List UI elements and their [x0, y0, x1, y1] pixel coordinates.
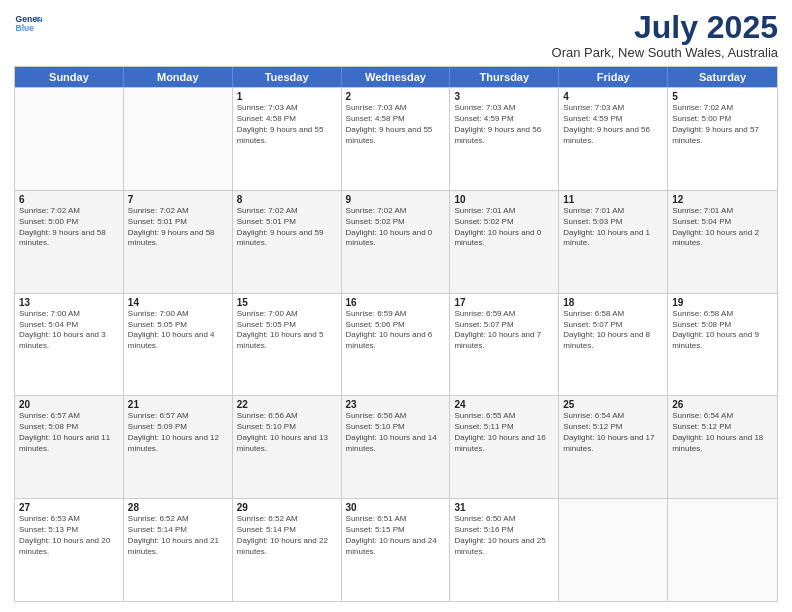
day-info: Sunrise: 7:02 AM Sunset: 5:00 PM Dayligh… — [672, 103, 773, 146]
calendar-cell: 26Sunrise: 6:54 AM Sunset: 5:12 PM Dayli… — [668, 396, 777, 498]
day-number: 19 — [672, 297, 773, 308]
calendar-cell: 17Sunrise: 6:59 AM Sunset: 5:07 PM Dayli… — [450, 294, 559, 396]
day-info: Sunrise: 7:02 AM Sunset: 5:00 PM Dayligh… — [19, 206, 119, 249]
calendar-row: 20Sunrise: 6:57 AM Sunset: 5:08 PM Dayli… — [15, 395, 777, 498]
day-info: Sunrise: 6:58 AM Sunset: 5:07 PM Dayligh… — [563, 309, 663, 352]
day-info: Sunrise: 7:03 AM Sunset: 4:59 PM Dayligh… — [454, 103, 554, 146]
day-number: 3 — [454, 91, 554, 102]
calendar-cell: 15Sunrise: 7:00 AM Sunset: 5:05 PM Dayli… — [233, 294, 342, 396]
day-number: 17 — [454, 297, 554, 308]
calendar-cell: 20Sunrise: 6:57 AM Sunset: 5:08 PM Dayli… — [15, 396, 124, 498]
day-number: 30 — [346, 502, 446, 513]
calendar-cell: 31Sunrise: 6:50 AM Sunset: 5:16 PM Dayli… — [450, 499, 559, 601]
calendar-cell: 7Sunrise: 7:02 AM Sunset: 5:01 PM Daylig… — [124, 191, 233, 293]
day-info: Sunrise: 7:02 AM Sunset: 5:01 PM Dayligh… — [237, 206, 337, 249]
day-info: Sunrise: 7:01 AM Sunset: 5:03 PM Dayligh… — [563, 206, 663, 249]
svg-text:Blue: Blue — [16, 23, 35, 33]
day-info: Sunrise: 7:00 AM Sunset: 5:05 PM Dayligh… — [128, 309, 228, 352]
calendar-cell: 29Sunrise: 6:52 AM Sunset: 5:14 PM Dayli… — [233, 499, 342, 601]
calendar-cell: 6Sunrise: 7:02 AM Sunset: 5:00 PM Daylig… — [15, 191, 124, 293]
day-number: 21 — [128, 399, 228, 410]
header-day: Tuesday — [233, 67, 342, 87]
calendar-cell: 1Sunrise: 7:03 AM Sunset: 4:58 PM Daylig… — [233, 88, 342, 190]
calendar-cell: 27Sunrise: 6:53 AM Sunset: 5:13 PM Dayli… — [15, 499, 124, 601]
calendar-cell — [559, 499, 668, 601]
day-number: 8 — [237, 194, 337, 205]
day-number: 1 — [237, 91, 337, 102]
day-info: Sunrise: 6:53 AM Sunset: 5:13 PM Dayligh… — [19, 514, 119, 557]
day-number: 16 — [346, 297, 446, 308]
calendar-cell: 12Sunrise: 7:01 AM Sunset: 5:04 PM Dayli… — [668, 191, 777, 293]
day-number: 15 — [237, 297, 337, 308]
day-info: Sunrise: 6:52 AM Sunset: 5:14 PM Dayligh… — [237, 514, 337, 557]
day-info: Sunrise: 6:52 AM Sunset: 5:14 PM Dayligh… — [128, 514, 228, 557]
day-number: 22 — [237, 399, 337, 410]
header: General Blue July 2025 Oran Park, New So… — [14, 10, 778, 60]
calendar-row: 1Sunrise: 7:03 AM Sunset: 4:58 PM Daylig… — [15, 87, 777, 190]
day-info: Sunrise: 6:56 AM Sunset: 5:10 PM Dayligh… — [346, 411, 446, 454]
calendar-cell: 18Sunrise: 6:58 AM Sunset: 5:07 PM Dayli… — [559, 294, 668, 396]
day-number: 5 — [672, 91, 773, 102]
day-number: 2 — [346, 91, 446, 102]
logo: General Blue — [14, 10, 42, 38]
day-number: 4 — [563, 91, 663, 102]
header-day: Saturday — [668, 67, 777, 87]
calendar-cell: 8Sunrise: 7:02 AM Sunset: 5:01 PM Daylig… — [233, 191, 342, 293]
day-number: 10 — [454, 194, 554, 205]
day-number: 20 — [19, 399, 119, 410]
calendar-cell: 24Sunrise: 6:55 AM Sunset: 5:11 PM Dayli… — [450, 396, 559, 498]
calendar-cell: 16Sunrise: 6:59 AM Sunset: 5:06 PM Dayli… — [342, 294, 451, 396]
calendar-row: 6Sunrise: 7:02 AM Sunset: 5:00 PM Daylig… — [15, 190, 777, 293]
day-info: Sunrise: 7:01 AM Sunset: 5:02 PM Dayligh… — [454, 206, 554, 249]
day-info: Sunrise: 6:57 AM Sunset: 5:09 PM Dayligh… — [128, 411, 228, 454]
calendar-cell: 28Sunrise: 6:52 AM Sunset: 5:14 PM Dayli… — [124, 499, 233, 601]
header-day: Thursday — [450, 67, 559, 87]
title-block: July 2025 Oran Park, New South Wales, Au… — [552, 10, 778, 60]
day-number: 29 — [237, 502, 337, 513]
day-info: Sunrise: 7:02 AM Sunset: 5:01 PM Dayligh… — [128, 206, 228, 249]
day-info: Sunrise: 6:56 AM Sunset: 5:10 PM Dayligh… — [237, 411, 337, 454]
day-info: Sunrise: 6:55 AM Sunset: 5:11 PM Dayligh… — [454, 411, 554, 454]
day-info: Sunrise: 7:00 AM Sunset: 5:05 PM Dayligh… — [237, 309, 337, 352]
day-info: Sunrise: 7:03 AM Sunset: 4:58 PM Dayligh… — [346, 103, 446, 146]
day-info: Sunrise: 7:00 AM Sunset: 5:04 PM Dayligh… — [19, 309, 119, 352]
calendar: SundayMondayTuesdayWednesdayThursdayFrid… — [14, 66, 778, 602]
calendar-cell: 22Sunrise: 6:56 AM Sunset: 5:10 PM Dayli… — [233, 396, 342, 498]
day-number: 25 — [563, 399, 663, 410]
calendar-cell: 25Sunrise: 6:54 AM Sunset: 5:12 PM Dayli… — [559, 396, 668, 498]
day-info: Sunrise: 7:03 AM Sunset: 4:58 PM Dayligh… — [237, 103, 337, 146]
day-info: Sunrise: 7:02 AM Sunset: 5:02 PM Dayligh… — [346, 206, 446, 249]
calendar-cell: 2Sunrise: 7:03 AM Sunset: 4:58 PM Daylig… — [342, 88, 451, 190]
day-number: 6 — [19, 194, 119, 205]
month-year: July 2025 — [552, 10, 778, 45]
calendar-row: 27Sunrise: 6:53 AM Sunset: 5:13 PM Dayli… — [15, 498, 777, 601]
day-number: 13 — [19, 297, 119, 308]
calendar-cell: 5Sunrise: 7:02 AM Sunset: 5:00 PM Daylig… — [668, 88, 777, 190]
day-info: Sunrise: 7:03 AM Sunset: 4:59 PM Dayligh… — [563, 103, 663, 146]
day-number: 23 — [346, 399, 446, 410]
calendar-cell: 30Sunrise: 6:51 AM Sunset: 5:15 PM Dayli… — [342, 499, 451, 601]
calendar-cell — [15, 88, 124, 190]
calendar-body: 1Sunrise: 7:03 AM Sunset: 4:58 PM Daylig… — [15, 87, 777, 601]
page: General Blue July 2025 Oran Park, New So… — [0, 0, 792, 612]
day-info: Sunrise: 6:59 AM Sunset: 5:07 PM Dayligh… — [454, 309, 554, 352]
calendar-cell: 19Sunrise: 6:58 AM Sunset: 5:08 PM Dayli… — [668, 294, 777, 396]
day-number: 28 — [128, 502, 228, 513]
day-number: 14 — [128, 297, 228, 308]
calendar-cell: 10Sunrise: 7:01 AM Sunset: 5:02 PM Dayli… — [450, 191, 559, 293]
day-info: Sunrise: 6:59 AM Sunset: 5:06 PM Dayligh… — [346, 309, 446, 352]
day-number: 26 — [672, 399, 773, 410]
day-number: 18 — [563, 297, 663, 308]
header-day: Monday — [124, 67, 233, 87]
calendar-cell — [124, 88, 233, 190]
calendar-cell: 13Sunrise: 7:00 AM Sunset: 5:04 PM Dayli… — [15, 294, 124, 396]
day-info: Sunrise: 6:58 AM Sunset: 5:08 PM Dayligh… — [672, 309, 773, 352]
calendar-header: SundayMondayTuesdayWednesdayThursdayFrid… — [15, 67, 777, 87]
day-info: Sunrise: 6:54 AM Sunset: 5:12 PM Dayligh… — [672, 411, 773, 454]
header-day: Sunday — [15, 67, 124, 87]
calendar-cell: 9Sunrise: 7:02 AM Sunset: 5:02 PM Daylig… — [342, 191, 451, 293]
day-info: Sunrise: 6:54 AM Sunset: 5:12 PM Dayligh… — [563, 411, 663, 454]
calendar-cell: 14Sunrise: 7:00 AM Sunset: 5:05 PM Dayli… — [124, 294, 233, 396]
day-number: 31 — [454, 502, 554, 513]
header-day: Friday — [559, 67, 668, 87]
